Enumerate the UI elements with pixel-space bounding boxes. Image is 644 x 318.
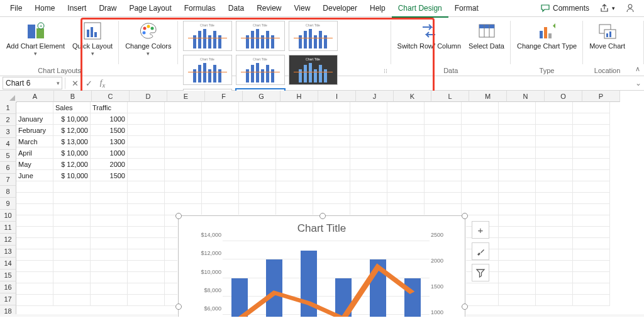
cell-D15[interactable] — [128, 261, 165, 272]
cell-O7[interactable] — [536, 170, 573, 181]
cell-K1[interactable] — [387, 102, 425, 113]
cell-D12[interactable] — [128, 227, 165, 238]
expand-formula-bar-button[interactable]: ⌄ — [633, 79, 644, 88]
chart-style-3[interactable]: Chart Title — [289, 21, 338, 51]
col-header-B[interactable]: B — [54, 91, 92, 102]
menu-tab-home[interactable]: Home — [28, 0, 61, 16]
cell-D9[interactable] — [128, 193, 165, 204]
cell-P12[interactable] — [573, 227, 610, 238]
row-header-9[interactable]: 9 — [0, 198, 16, 210]
col-header-H[interactable]: H — [280, 91, 318, 102]
cell-G7[interactable] — [239, 170, 276, 181]
share-button[interactable]: ▾ — [594, 3, 620, 13]
cell-B4[interactable]: $ 13,000 — [53, 136, 91, 147]
cell-K3[interactable] — [387, 125, 425, 136]
cell-B18[interactable] — [53, 295, 91, 306]
cell-I8[interactable] — [313, 181, 350, 193]
name-box[interactable]: Chart 6 ▾ — [3, 77, 62, 89]
cell-C15[interactable] — [91, 261, 128, 272]
menu-tab-formulas[interactable]: Formulas — [178, 0, 222, 16]
cell-O6[interactable] — [536, 159, 573, 170]
row-header-13[interactable]: 13 — [0, 246, 16, 258]
cell-H7[interactable] — [276, 170, 313, 181]
cell-K4[interactable] — [387, 136, 425, 147]
cell-J2[interactable] — [350, 113, 387, 125]
column-headers[interactable]: ABCDEFGHIJKLMNOP — [16, 91, 620, 102]
chart-styles-button[interactable] — [472, 242, 489, 260]
cell-O17[interactable] — [536, 283, 573, 295]
row-header-14[interactable]: 14 — [0, 258, 16, 270]
cell-M5[interactable] — [462, 147, 499, 159]
cell-G3[interactable] — [239, 125, 276, 136]
row-header-7[interactable]: 7 — [0, 174, 16, 186]
cell-J8[interactable] — [350, 181, 387, 193]
menu-tab-developer[interactable]: Developer — [316, 0, 364, 16]
row-header-10[interactable]: 10 — [0, 210, 16, 222]
cell-P4[interactable] — [573, 136, 610, 147]
cell-N13[interactable] — [499, 238, 536, 249]
cell-B7[interactable]: $ 10,000 — [53, 170, 91, 181]
chart-style-6[interactable]: Chart Title — [289, 55, 338, 85]
cell-E8[interactable] — [165, 181, 202, 193]
cell-P9[interactable] — [573, 193, 610, 204]
cell-J1[interactable] — [350, 102, 387, 113]
cell-H5[interactable] — [276, 147, 313, 159]
menu-tab-review[interactable]: Review — [250, 0, 287, 16]
menu-tab-insert[interactable]: Insert — [61, 0, 92, 16]
cell-D6[interactable] — [128, 159, 165, 170]
cell-K10[interactable] — [387, 204, 425, 215]
cell-E7[interactable] — [165, 170, 202, 181]
cell-O18[interactable] — [536, 295, 573, 306]
row-header-1[interactable]: 1 — [0, 102, 16, 114]
chart-style-1[interactable]: Chart Title — [183, 21, 232, 51]
cell-C12[interactable] — [91, 227, 128, 238]
cell-A12[interactable] — [16, 227, 53, 238]
cell-K6[interactable] — [387, 159, 425, 170]
cell-O16[interactable] — [536, 272, 573, 283]
cell-O12[interactable] — [536, 227, 573, 238]
cell-N5[interactable] — [499, 147, 536, 159]
cell-N2[interactable] — [499, 113, 536, 125]
chart-style-5[interactable]: Chart Title — [236, 55, 285, 85]
cell-A10[interactable] — [16, 204, 53, 215]
cell-E6[interactable] — [165, 159, 202, 170]
switch-row-column-button[interactable]: Switch Row/ Column — [395, 20, 464, 51]
chart-styles-gallery[interactable]: Chart TitleChart TitleChart TitleChart T… — [182, 20, 387, 68]
cell-O4[interactable] — [536, 136, 573, 147]
cell-C6[interactable]: 2000 — [91, 159, 128, 170]
col-header-F[interactable]: F — [205, 91, 243, 102]
cell-J3[interactable] — [350, 125, 387, 136]
row-header-17[interactable]: 17 — [0, 293, 16, 305]
resize-handle[interactable] — [462, 213, 468, 219]
cell-J10[interactable] — [350, 204, 387, 215]
cell-F8[interactable] — [202, 181, 239, 193]
resize-handle[interactable] — [175, 304, 182, 310]
row-header-11[interactable]: 11 — [0, 222, 16, 234]
cell-J9[interactable] — [350, 193, 387, 204]
menu-tab-format[interactable]: Format — [448, 0, 485, 16]
cell-B12[interactable] — [53, 227, 91, 238]
cell-M1[interactable] — [462, 102, 499, 113]
cell-L4[interactable] — [425, 136, 462, 147]
cell-A7[interactable]: June — [16, 170, 53, 181]
cell-B15[interactable] — [53, 261, 91, 272]
cell-I9[interactable] — [313, 193, 350, 204]
cell-F7[interactable] — [202, 170, 239, 181]
cell-N9[interactable] — [499, 193, 536, 204]
cell-I3[interactable] — [313, 125, 350, 136]
cell-B5[interactable]: $ 10,000 — [53, 147, 91, 159]
cell-N12[interactable] — [499, 227, 536, 238]
cell-C8[interactable] — [91, 181, 128, 193]
row-header-15[interactable]: 15 — [0, 270, 16, 281]
cell-B3[interactable]: $ 12,000 — [53, 125, 91, 136]
cell-G10[interactable] — [239, 204, 276, 215]
ribbon-collapse-button[interactable]: ∧ — [635, 65, 640, 73]
cell-O10[interactable] — [536, 204, 573, 215]
cell-N3[interactable] — [499, 125, 536, 136]
cell-E10[interactable] — [165, 204, 202, 215]
cell-C11[interactable] — [91, 215, 128, 227]
cell-D10[interactable] — [128, 204, 165, 215]
cell-A14[interactable] — [16, 249, 53, 261]
cell-C17[interactable] — [91, 283, 128, 295]
cell-O5[interactable] — [536, 147, 573, 159]
